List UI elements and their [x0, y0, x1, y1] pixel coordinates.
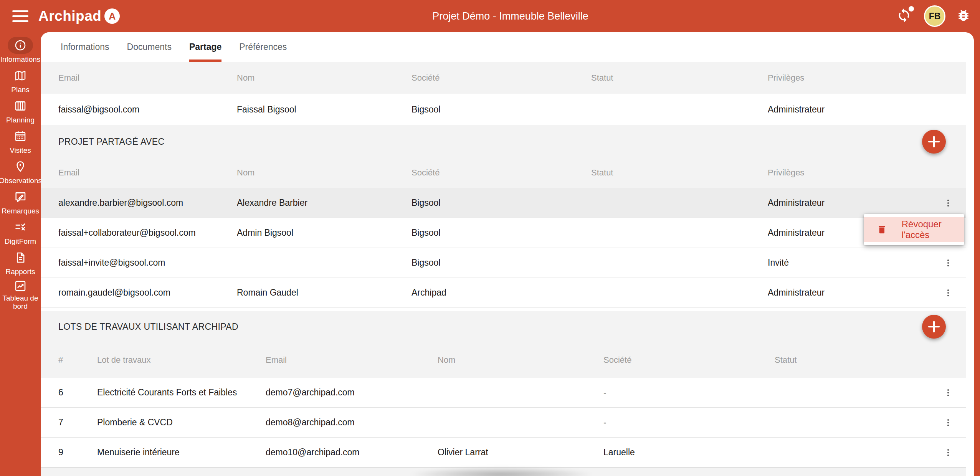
table-row[interactable]: faissal+collaborateur@bigsool.com Admin … [41, 218, 966, 248]
cell-email: faissal+invite@bigsool.com [58, 258, 237, 268]
planning-columns-icon [8, 98, 33, 114]
sidebar: Informations Plans Planning Visites Obse… [0, 32, 41, 476]
column-header: Statut [775, 355, 943, 365]
cell-societe: Archipad [412, 288, 591, 298]
cell-privileges: Administrateur [768, 288, 943, 298]
sidebar-item-remarques[interactable]: Remarques [0, 188, 41, 218]
cell-lot: Menuiserie intérieure [97, 447, 266, 458]
cell-email: faissal@bigsool.com [58, 104, 237, 115]
row-menu-button[interactable] [943, 408, 966, 437]
shared-section-header: PROJET PARTAGÉ AVEC [41, 126, 966, 157]
table-row[interactable]: alexandre.barbier@bigsool.com Alexandre … [41, 188, 966, 218]
menu-icon[interactable] [12, 9, 28, 23]
tab-bar: Informations Documents Partage Préférenc… [41, 32, 966, 62]
cell-nom: Admin Bigsool [237, 228, 412, 238]
column-header: Statut [591, 168, 768, 178]
column-header: Nom [237, 73, 412, 83]
topbar: Archipad A Projet Démo - Immeuble Bellev… [0, 0, 980, 32]
column-header: Privilèges [768, 168, 943, 178]
info-icon [8, 37, 33, 54]
tab-informations[interactable]: Informations [61, 32, 109, 62]
table-row[interactable]: 9 Menuiserie intérieure demo10@archipad.… [41, 438, 966, 468]
bottom-sheet-shadow [405, 467, 597, 476]
lots-table-header: # Lot de travaux Email Nom Société Statu… [41, 342, 966, 378]
cell-nom: Faissal Bigsool [237, 104, 412, 115]
table-row[interactable]: romain.gaudel@bigsool.com Romain Gaudel … [41, 278, 966, 308]
main-content: Informations Documents Partage Préférenc… [41, 32, 974, 476]
cell-num: 9 [58, 447, 97, 458]
row-menu-button[interactable] [943, 438, 966, 467]
table-row[interactable]: faissal+invite@bigsool.com Bigsool Invit… [41, 248, 966, 278]
row-menu-button[interactable] [943, 378, 966, 407]
sidebar-item-planning[interactable]: Planning [0, 98, 41, 127]
notification-dot [909, 6, 914, 12]
column-header: Email [58, 73, 237, 83]
map-icon [8, 67, 33, 84]
document-icon [8, 249, 33, 266]
owner-table-header: Email Nom Société Statut Privilèges [41, 62, 966, 94]
cell-email: faissal+collaborateur@bigsool.com [58, 228, 237, 238]
pin-icon [8, 158, 33, 175]
cell-email: demo8@archipad.com [266, 417, 438, 428]
section-title: PROJET PARTAGÉ AVEC [58, 137, 164, 147]
add-share-button[interactable] [922, 130, 946, 154]
column-header: Société [412, 73, 591, 83]
column-header: Société [603, 355, 775, 365]
cell-nom: Alexandre Barbier [237, 198, 412, 208]
cell-societe: - [603, 387, 775, 398]
sync-icon[interactable] [896, 8, 913, 25]
sidebar-item-plans[interactable]: Plans [0, 67, 41, 97]
revoke-access-menu-item[interactable]: Révoquer l'accès [864, 217, 964, 242]
column-header: Société [412, 168, 591, 178]
tab-documents[interactable]: Documents [127, 32, 172, 62]
cell-privileges: Invité [768, 258, 943, 268]
tab-preferences[interactable]: Préférences [239, 32, 287, 62]
cell-email: demo7@archipad.com [266, 387, 438, 398]
section-title: LOTS DE TRAVAUX UTILISANT ARCHIPAD [58, 322, 238, 332]
column-header: Email [266, 355, 438, 365]
table-row[interactable]: 6 Electricité Courants Forts et Faibles … [41, 378, 966, 408]
cell-societe: Laruelle [603, 447, 775, 458]
calendar-icon [8, 128, 33, 145]
cell-num: 7 [58, 417, 97, 428]
dashboard-chart-icon [8, 279, 33, 293]
cell-lot: Electricité Courants Forts et Faibles [97, 387, 266, 398]
shared-table-header: Email Nom Société Statut Privilèges [41, 157, 966, 188]
cell-nom: Olivier Larrat [438, 447, 603, 458]
column-header: Statut [591, 73, 768, 83]
column-header: # [58, 355, 97, 365]
row-menu-button[interactable] [943, 248, 966, 278]
topbar-title-wrap: Projet Démo - Immeuble Belleville [41, 0, 980, 32]
row-menu-button[interactable] [943, 188, 966, 218]
cell-privileges: Administrateur [768, 104, 943, 115]
trash-icon [877, 224, 887, 235]
row-context-menu: Révoquer l'accès [864, 214, 964, 245]
cell-nom: Romain Gaudel [237, 288, 412, 298]
cell-email: romain.gaudel@bigsool.com [58, 288, 237, 298]
cell-societe: Bigsool [412, 228, 591, 238]
sidebar-item-digitform[interactable]: DigitForm [0, 219, 41, 249]
bug-icon[interactable] [956, 8, 971, 24]
menu-item-label: Révoquer l'accès [902, 219, 964, 240]
column-header: Nom [438, 355, 603, 365]
cell-num: 6 [58, 387, 97, 398]
sidebar-item-observations[interactable]: Observations [0, 158, 41, 188]
lots-section-header: LOTS DE TRAVAUX UTILISANT ARCHIPAD [41, 311, 966, 342]
cell-privileges: Administrateur [768, 198, 943, 208]
add-lot-button[interactable] [922, 315, 946, 339]
cell-societe: Bigsool [412, 258, 591, 268]
sidebar-item-tableau-de-bord[interactable]: Tableau de bord [0, 279, 41, 309]
sidebar-item-visites[interactable]: Visites [0, 128, 41, 158]
sidebar-item-informations[interactable]: Informations [0, 37, 41, 67]
table-row[interactable]: faissal@bigsool.com Faissal Bigsool Bigs… [41, 94, 966, 126]
column-header: Nom [237, 168, 412, 178]
project-title: Projet Démo - Immeuble Belleville [432, 10, 588, 22]
sidebar-item-rapports[interactable]: Rapports [0, 249, 41, 279]
row-menu-button[interactable] [943, 278, 966, 307]
cell-lot: Plomberie & CVCD [97, 417, 266, 428]
cell-email: demo10@archipad.com [266, 447, 438, 458]
table-row[interactable]: 7 Plomberie & CVCD demo8@archipad.com - [41, 408, 966, 438]
tab-partage[interactable]: Partage [189, 32, 221, 62]
footer-strip [41, 468, 966, 476]
avatar[interactable]: FB [924, 5, 945, 27]
